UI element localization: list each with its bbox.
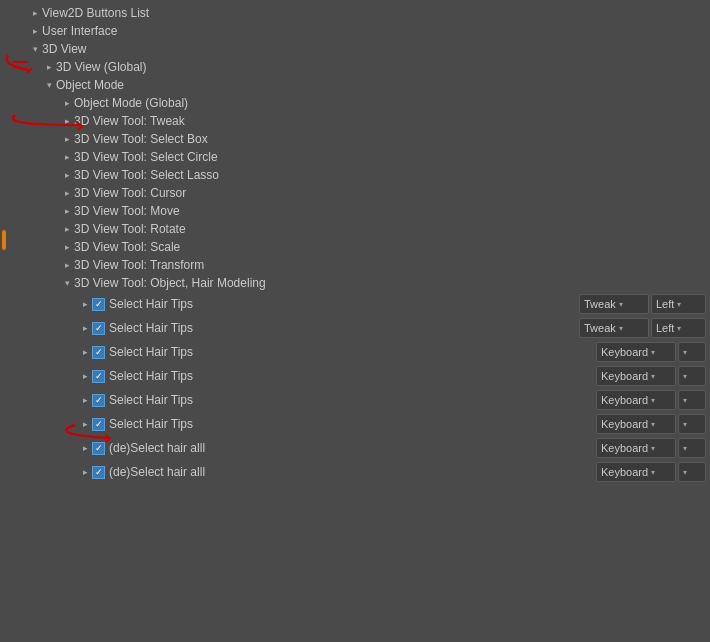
dropdown-type-8[interactable]: Keyboard ▾ bbox=[596, 462, 676, 482]
keybinding-label-area: Select Hair Tips bbox=[78, 393, 596, 407]
checkbox-hair-tips-5[interactable] bbox=[92, 394, 105, 407]
keybinding-row-hair-tips-2: Select Hair Tips Tweak ▾ Left ▾ bbox=[10, 316, 710, 340]
checkbox-deselect-2[interactable] bbox=[92, 466, 105, 479]
caret-icon: ▾ bbox=[677, 300, 681, 309]
arrow-icon bbox=[60, 276, 74, 290]
caret-icon: ▾ bbox=[683, 420, 687, 429]
arrow-icon bbox=[78, 345, 92, 359]
caret-icon: ▾ bbox=[619, 324, 623, 333]
left-bar bbox=[0, 0, 6, 642]
dropdown-type-2[interactable]: Tweak ▾ bbox=[579, 318, 649, 338]
dropdown-key-7[interactable]: ▾ bbox=[678, 438, 706, 458]
keybinding-label-area: Select Hair Tips bbox=[78, 417, 596, 431]
keybinding-row-inner: Select Hair Tips Keyboard ▾ ▾ bbox=[78, 366, 710, 386]
dropdown-key-3[interactable]: ▾ bbox=[678, 342, 706, 362]
arrow-icon bbox=[60, 258, 74, 272]
dropdown-type-3[interactable]: Keyboard ▾ bbox=[596, 342, 676, 362]
dropdown-value: Keyboard bbox=[601, 442, 648, 454]
checkbox-hair-tips-3[interactable] bbox=[92, 346, 105, 359]
sidebar-item-object-mode-global[interactable]: Object Mode (Global) bbox=[10, 94, 710, 112]
controls-hair-tips-1: Tweak ▾ Left ▾ bbox=[579, 294, 706, 314]
dropdown-key-4[interactable]: ▾ bbox=[678, 366, 706, 386]
keybinding-row-hair-tips-6: Select Hair Tips Keyboard ▾ ▾ bbox=[10, 412, 710, 436]
keybinding-row-deselect-2: (de)Select hair alll Keyboard ▾ ▾ bbox=[10, 460, 710, 484]
sidebar-item-user-interface[interactable]: User Interface bbox=[10, 22, 710, 40]
controls-deselect-2: Keyboard ▾ ▾ bbox=[596, 462, 706, 482]
dropdown-value: Left bbox=[656, 322, 674, 334]
sidebar-item-3d-view-global[interactable]: 3D View (Global) bbox=[10, 58, 710, 76]
arrow-icon bbox=[78, 465, 92, 479]
dropdown-type-5[interactable]: Keyboard ▾ bbox=[596, 390, 676, 410]
item-label: Object Mode (Global) bbox=[74, 96, 188, 110]
arrow-icon bbox=[60, 96, 74, 110]
sidebar-item-select-circle[interactable]: 3D View Tool: Select Circle bbox=[10, 148, 710, 166]
dropdown-value: Keyboard bbox=[601, 394, 648, 406]
hair-tips-6-label: Select Hair Tips bbox=[109, 417, 193, 431]
arrow-icon bbox=[28, 24, 42, 38]
caret-icon: ▾ bbox=[651, 396, 655, 405]
keybinding-row-inner: Select Hair Tips Keyboard ▾ ▾ bbox=[78, 390, 710, 410]
keybinding-row-hair-tips-5: Select Hair Tips Keyboard ▾ ▾ bbox=[10, 388, 710, 412]
dropdown-key-5[interactable]: ▾ bbox=[678, 390, 706, 410]
sidebar-item-object-mode[interactable]: Object Mode bbox=[10, 76, 710, 94]
sidebar-item-select-lasso[interactable]: 3D View Tool: Select Lasso bbox=[10, 166, 710, 184]
checkbox-hair-tips-6[interactable] bbox=[92, 418, 105, 431]
keybinding-row-hair-tips-1: Select Hair Tips Tweak ▾ Left ▾ bbox=[10, 292, 710, 316]
deselect-2-label: (de)Select hair alll bbox=[109, 465, 205, 479]
sidebar-item-rotate[interactable]: 3D View Tool: Rotate bbox=[10, 220, 710, 238]
caret-icon: ▾ bbox=[683, 348, 687, 357]
dropdown-key-1[interactable]: Left ▾ bbox=[651, 294, 706, 314]
orange-indicator bbox=[2, 230, 6, 250]
dropdown-value: Keyboard bbox=[601, 346, 648, 358]
controls-hair-tips-2: Tweak ▾ Left ▾ bbox=[579, 318, 706, 338]
checkbox-hair-tips-1[interactable] bbox=[92, 298, 105, 311]
dropdown-key-8[interactable]: ▾ bbox=[678, 462, 706, 482]
arrow-icon bbox=[28, 42, 42, 56]
item-label: 3D View bbox=[42, 42, 86, 56]
dropdown-value: Tweak bbox=[584, 322, 616, 334]
checkbox-hair-tips-2[interactable] bbox=[92, 322, 105, 335]
dropdown-value: Left bbox=[656, 298, 674, 310]
dropdown-type-1[interactable]: Tweak ▾ bbox=[579, 294, 649, 314]
dropdown-type-6[interactable]: Keyboard ▾ bbox=[596, 414, 676, 434]
deselect-1-label: (de)Select hair alll bbox=[109, 441, 205, 455]
caret-icon: ▾ bbox=[651, 420, 655, 429]
checkbox-hair-tips-4[interactable] bbox=[92, 370, 105, 383]
sidebar-item-scale[interactable]: 3D View Tool: Scale bbox=[10, 238, 710, 256]
item-label: 3D View Tool: Select Lasso bbox=[74, 168, 219, 182]
controls-hair-tips-6: Keyboard ▾ ▾ bbox=[596, 414, 706, 434]
item-label: 3D View Tool: Select Circle bbox=[74, 150, 218, 164]
arrow-icon bbox=[60, 222, 74, 236]
keybinding-row-inner: (de)Select hair alll Keyboard ▾ ▾ bbox=[78, 462, 710, 482]
arrow-icon bbox=[78, 297, 92, 311]
arrow-icon bbox=[60, 168, 74, 182]
sidebar-item-select-box[interactable]: 3D View Tool: Select Box bbox=[10, 130, 710, 148]
caret-icon: ▾ bbox=[677, 324, 681, 333]
item-label: User Interface bbox=[42, 24, 117, 38]
main-container: View2D Buttons List User Interface 3D Vi… bbox=[0, 0, 710, 642]
dropdown-key-2[interactable]: Left ▾ bbox=[651, 318, 706, 338]
hair-tips-2-label: Select Hair Tips bbox=[109, 321, 193, 335]
sidebar-item-3d-view[interactable]: 3D View bbox=[10, 40, 710, 58]
sidebar-item-tweak[interactable]: 3D View Tool: Tweak bbox=[10, 112, 710, 130]
dropdown-type-4[interactable]: Keyboard ▾ bbox=[596, 366, 676, 386]
caret-icon: ▾ bbox=[683, 444, 687, 453]
checkbox-deselect-1[interactable] bbox=[92, 442, 105, 455]
caret-icon: ▾ bbox=[683, 372, 687, 381]
item-label: 3D View Tool: Transform bbox=[74, 258, 204, 272]
hair-tips-3-label: Select Hair Tips bbox=[109, 345, 193, 359]
sidebar-item-cursor[interactable]: 3D View Tool: Cursor bbox=[10, 184, 710, 202]
sidebar-item-transform[interactable]: 3D View Tool: Transform bbox=[10, 256, 710, 274]
keybinding-row-inner: Select Hair Tips Tweak ▾ Left ▾ bbox=[78, 318, 710, 338]
controls-hair-tips-5: Keyboard ▾ ▾ bbox=[596, 390, 706, 410]
dropdown-key-6[interactable]: ▾ bbox=[678, 414, 706, 434]
keybinding-row-inner: (de)Select hair alll Keyboard ▾ ▾ bbox=[78, 438, 710, 458]
sidebar-item-view2d[interactable]: View2D Buttons List bbox=[10, 4, 710, 22]
sidebar-item-hair-modeling[interactable]: 3D View Tool: Object, Hair Modeling bbox=[10, 274, 710, 292]
item-label: 3D View Tool: Move bbox=[74, 204, 180, 218]
keybinding-label-area: (de)Select hair alll bbox=[78, 465, 596, 479]
hair-tips-5-label: Select Hair Tips bbox=[109, 393, 193, 407]
dropdown-type-7[interactable]: Keyboard ▾ bbox=[596, 438, 676, 458]
arrow-icon bbox=[60, 204, 74, 218]
sidebar-item-move[interactable]: 3D View Tool: Move bbox=[10, 202, 710, 220]
